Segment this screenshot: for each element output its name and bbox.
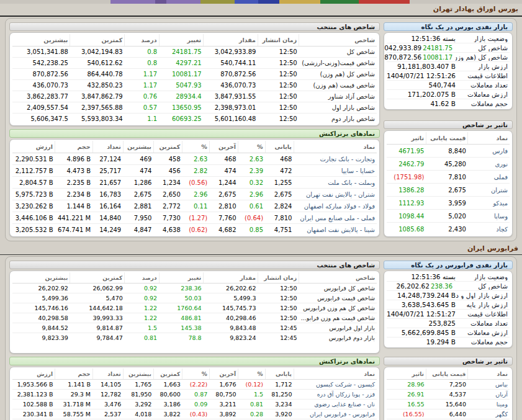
last-percent: 0.09: [182, 400, 210, 409]
index-name[interactable]: شاخص بازار دوم: [299, 114, 377, 125]
index-impact-value: 16.55: [387, 400, 426, 409]
index-name[interactable]: شاخص بازار اول: [299, 102, 377, 114]
symbol-row[interactable]: نان - صنایع غذایی رضوی 3,234 0.81 3,211 …: [12, 400, 377, 409]
index-name[interactable]: شاخص قیمت فرابورس: [299, 293, 377, 303]
index-percent: 1.17: [125, 69, 159, 80]
index-impact-value: 1098.44: [387, 210, 426, 223]
symbol-name[interactable]: میدکو: [468, 197, 510, 210]
impact-row[interactable]: بپاس 7,250 28.96: [387, 380, 510, 390]
farabourse-symbols-title: نمادهای پرتراکنش: [319, 358, 375, 365]
symbol-name[interactable]: فملی: [468, 171, 510, 184]
high-price: 4,018: [123, 409, 153, 419]
index-name[interactable]: شاخص کل: [299, 47, 377, 58]
trade-volume: 29.3 M: [55, 390, 92, 400]
farabourse-indices-panel: شاخص زمان انتشار مقدار تغییر درصد کمترین…: [9, 270, 380, 354]
index-percent: 1.5: [125, 323, 159, 333]
impact-row[interactable]: آریان 4,537 26.91: [387, 390, 510, 400]
index-row[interactable]: شاخص کل هم وزن فرابورس 12:50 145,745.73 …: [12, 303, 377, 313]
impact-row[interactable]: کگهر 6,440 (16.55): [387, 409, 510, 419]
impact-row[interactable]: فارس 8,840 4671.95: [387, 145, 510, 158]
last-price: 3,892: [209, 409, 238, 419]
index-name[interactable]: شاخص کل (هم وزن): [299, 69, 377, 80]
index-row[interactable]: شاخص قیمت هم وزن فرابو... 12:50 40,298.4…: [12, 313, 377, 323]
index-name[interactable]: بازار دوم فرابورس: [299, 333, 377, 343]
index-row[interactable]: شاخص کل فرابورس 12:50 26,202.62 238.36 0…: [12, 284, 377, 293]
glance-row: ارزش بازار اول و دوم 14,248,739.244 B: [387, 290, 510, 300]
low-price: 3,822: [153, 409, 182, 419]
index-name[interactable]: شاخص کل فرابورس: [299, 284, 377, 293]
glance-value: 3,638,543.645 B: [402, 301, 456, 308]
symbol-row[interactable]: فولاد - فولاد مبارکه اصفهان 2,824 0.61 2…: [12, 200, 377, 212]
symbol-row[interactable]: فزر - پویا زرکان آق دره 81,250 1.5 80,75…: [12, 390, 377, 400]
index-name[interactable]: شاخص آزاد شناور: [299, 91, 377, 102]
col-header-symbol: نماد: [294, 369, 377, 380]
impact-row[interactable]: میدکو 3,959 1112.93: [387, 197, 510, 210]
index-name[interactable]: شاخص کل هم وزن فرابورس: [299, 303, 377, 313]
symbol-name[interactable]: فارس: [468, 145, 510, 158]
impact-row[interactable]: شتران 2,675 1386.28: [387, 184, 510, 197]
index-row[interactable]: بازار اول فرابورس 12:45 9,843.48 145.38 …: [12, 323, 377, 333]
symbol-row[interactable]: کیسون - شرکت کیسون 1,712 (0.12) 1,676 (2…: [12, 380, 377, 390]
impact-row[interactable]: وساپا 5,020 1098.44: [387, 210, 510, 223]
index-row[interactable]: شاخص بازار دوم 12:50 5,601,160.48 60693.…: [12, 114, 377, 125]
index-row[interactable]: شاخص قیمت(وزنی-ارزشی) 12:50 540,744.11 4…: [12, 58, 377, 69]
symbol-name[interactable]: ومینا: [468, 400, 510, 409]
symbol-name[interactable]: آریان: [468, 390, 510, 400]
col-header-index: شاخص: [299, 34, 377, 47]
symbol-name[interactable]: وبملت - بانک ملت: [294, 177, 377, 189]
index-row[interactable]: شاخص بازار اول 12:50 2,398,973.01 13650.…: [12, 102, 377, 114]
symbol-row[interactable]: فملی - ملی صنایع مس ایران 7,810 (0.64) 7…: [12, 212, 377, 224]
symbol-name[interactable]: خساپا - سایپا: [294, 165, 377, 177]
last-percent: 2.82: [182, 165, 210, 177]
symbol-name[interactable]: شتران: [468, 184, 510, 197]
index-name[interactable]: شاخص قیمت (هم وزن): [299, 80, 377, 91]
symbol-name[interactable]: فملی - ملی صنایع مس ایران: [294, 212, 377, 224]
glance-label: ارزش معاملات: [456, 329, 510, 336]
index-name[interactable]: بازار اول فرابورس: [299, 323, 377, 333]
symbol-row[interactable]: خساپا - سایپا 472 2.39 474 2.82 456 474 …: [12, 165, 377, 177]
index-percent: 0.57: [125, 102, 159, 114]
bourse-impact-header-bar: تاثیر بر شاخص: [384, 120, 513, 129]
publish-time: 12:50: [258, 47, 299, 58]
index-row[interactable]: شاخص کل (هم وزن) 12:50 870,872.56 10081.…: [12, 69, 377, 80]
symbol-row[interactable]: وبملت - بانک ملت 1,255 0.32 1,244 (0.56)…: [12, 177, 377, 189]
symbol-name[interactable]: فزر - پویا زرکان آق دره: [294, 390, 377, 400]
symbol-name[interactable]: بپاس: [468, 380, 510, 390]
publish-time: 12:50: [258, 102, 299, 114]
impact-row[interactable]: ومینا 15,640 16.55: [387, 400, 510, 409]
symbol-name[interactable]: نوری: [468, 158, 510, 171]
symbol-name[interactable]: شپنا - پالایش نفت اصفهان: [294, 224, 377, 236]
index-name[interactable]: شاخص قیمت(وزنی-ارزشی): [299, 58, 377, 69]
symbol-name[interactable]: وتجارت - بانک تجارت: [294, 153, 377, 165]
index-row[interactable]: شاخص آزاد شناور 12:50 3,847,931.55 28934…: [12, 91, 377, 102]
col-header-publish-time: زمان انتشار: [258, 272, 299, 284]
glance-label: تعداد معاملات: [456, 319, 510, 327]
symbol-name[interactable]: نان - صنایع غذایی رضوی: [294, 400, 377, 409]
index-name[interactable]: شاخص قیمت هم وزن فرابو...: [299, 313, 377, 323]
index-row[interactable]: شاخص کل 12:50 3,042,933.89 24181.75 0.8 …: [12, 47, 377, 58]
glance-value: 253,825: [429, 319, 456, 327]
symbol-row[interactable]: فرابورس - فرابورس ایران 3,920 0.28 3,892…: [12, 409, 377, 419]
symbol-name[interactable]: کچاد: [468, 223, 510, 236]
symbol-name[interactable]: وساپا: [468, 210, 510, 223]
impact-row[interactable]: فملی 7,810 (1751.98): [387, 171, 510, 184]
symbol-name[interactable]: کیسون - شرکت کیسون: [294, 380, 377, 390]
close-price: 3,920: [265, 409, 294, 419]
symbol-row[interactable]: شپنا - پالایش نفت اصفهان 4,751 0.85 4,68…: [12, 224, 377, 236]
impact-row[interactable]: نوری 45,280 2462.79: [387, 158, 510, 171]
symbol-name[interactable]: فرابورس - فرابورس ایران: [294, 409, 377, 419]
impact-row[interactable]: کچاد 2,430 1085.68: [387, 223, 510, 236]
symbol-name[interactable]: شتران - پالایش نفت تهران: [294, 189, 377, 200]
farabourse-glance-panel: وضعیت بازار بسته 12:51:36 شاخص کل 26,202…: [384, 270, 513, 348]
symbol-name[interactable]: فولاد - فولاد مبارکه اصفهان: [294, 200, 377, 212]
trade-count: 25,717: [92, 165, 123, 177]
last-price: 3,211: [209, 400, 238, 409]
symbol-row[interactable]: شتران - پالایش نفت تهران 2,675 2.96 2,67…: [12, 189, 377, 200]
symbol-name[interactable]: کگهر: [468, 409, 510, 419]
symbol-row[interactable]: وتجارت - بانک تجارت 468 2.63 468 2.63 45…: [12, 153, 377, 165]
index-row[interactable]: شاخص قیمت (هم وزن) 12:50 436,070.73 5047…: [12, 80, 377, 91]
index-row[interactable]: بازار دوم فرابورس 12:45 9,823.24 78.8 0.…: [12, 333, 377, 343]
index-change: 1760.64: [159, 303, 204, 313]
glance-row: ارزش معاملات 5,662,699.845 B: [387, 328, 510, 337]
index-row[interactable]: شاخص قیمت فرابورس 12:50 5,499.3 50.03 0.…: [12, 293, 377, 303]
